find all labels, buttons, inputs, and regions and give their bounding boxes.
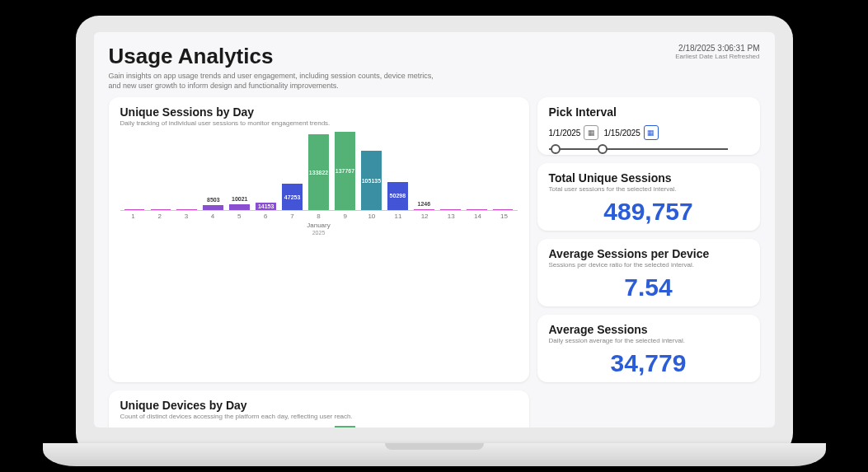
x-tick: 11	[385, 211, 411, 220]
sessions-axis-label: January 2025	[120, 222, 518, 236]
avg-sessions-sub: Daily session average for the selected i…	[549, 337, 748, 344]
interval-start-value: 1/1/2025	[549, 129, 581, 138]
avg-sessions-title: Average Sessions	[549, 323, 748, 336]
right-column: Pick Interval 1/1/2025 ▦ 1/15/2025 ▦	[537, 97, 760, 382]
bar-label: 137767	[335, 168, 354, 174]
x-tick: 12	[411, 211, 438, 220]
sessions-year: 2025	[312, 230, 326, 236]
bar-col	[438, 425, 463, 428]
laptop-base	[43, 443, 826, 466]
bar-col	[174, 132, 199, 210]
bar[interactable]: 1246	[414, 209, 434, 210]
bar[interactable]	[176, 209, 197, 210]
bar-label: 1246	[417, 201, 430, 207]
devices-chart-sub: Count of distinct devices accessing the …	[120, 413, 518, 420]
interval-title: Pick Interval	[549, 105, 748, 119]
interval-card: Pick Interval 1/1/2025 ▦ 1/15/2025 ▦	[537, 97, 760, 155]
sessions-month: January	[307, 222, 330, 229]
bar-col: 32742	[359, 425, 384, 428]
bar[interactable]	[151, 209, 171, 210]
bar[interactable]: 47253	[282, 184, 303, 211]
bar-col: 10021	[227, 132, 252, 210]
bar[interactable]	[124, 209, 145, 210]
bar[interactable]: 10021	[229, 204, 250, 210]
x-tick: 15	[490, 211, 517, 220]
interval-slider[interactable]	[549, 148, 729, 150]
total-sessions-sub: Total user sessions for the selected int…	[549, 185, 748, 193]
sessions-chart: 8503100211415347253133822137767105135502…	[120, 132, 518, 231]
bar-col: 39001	[306, 425, 331, 428]
page-title: Usage Analytics	[109, 44, 447, 69]
bar-col: 19347	[279, 425, 305, 428]
bar[interactable]: 8503	[203, 205, 223, 210]
calendar-icon[interactable]: ▦	[584, 125, 598, 140]
bar-col: 8503	[200, 132, 226, 210]
bar-col	[174, 425, 199, 428]
page-subtitle: Gain insights on app usage trends and us…	[109, 71, 447, 91]
x-tick: 10	[359, 211, 385, 220]
bar-col: 47253	[279, 132, 305, 210]
avg-per-device-sub: Sessions per device ratio for the select…	[549, 261, 748, 269]
bar[interactable]	[467, 209, 487, 210]
bar[interactable]	[493, 209, 514, 210]
bar-col	[122, 132, 148, 210]
bar-col	[438, 132, 463, 210]
bar-col: 5136	[200, 425, 226, 428]
bar-label: 105135	[362, 178, 381, 184]
avg-per-device-card: Average Sessions per Device Sessions per…	[537, 239, 760, 306]
devices-bars: 5136571976311934739001399133274218733353…	[120, 425, 518, 428]
bar-col: 18733	[385, 425, 411, 428]
devices-chart: 5136571976311934739001399133274218733353…	[120, 425, 518, 428]
x-tick: 7	[279, 211, 305, 220]
devices-chart-title: Unique Devices by Day	[120, 399, 518, 412]
bar-col: 7631	[253, 425, 279, 428]
sessions-bars: 8503100211415347253133822137767105135502…	[120, 132, 518, 211]
total-sessions-title: Total Unique Sessions	[549, 171, 748, 185]
x-tick: 13	[438, 211, 464, 220]
bar[interactable]	[440, 209, 461, 210]
bar-col: 39913	[332, 425, 358, 428]
sessions-chart-title: Unique Sessions by Day	[120, 105, 518, 119]
slider-thumb-start[interactable]	[551, 144, 561, 154]
bar-col: 1246	[411, 132, 437, 210]
x-tick: 5	[226, 211, 252, 220]
bar-col: 105135	[359, 132, 384, 210]
bar-col: 50298	[385, 132, 411, 210]
bar[interactable]: 14153	[256, 203, 276, 211]
x-tick: 2	[147, 211, 173, 220]
interval-end-value: 1/15/2025	[603, 129, 640, 138]
sessions-xaxis: 123456789101112131415	[120, 211, 518, 220]
bar-col: 14153	[253, 132, 279, 210]
bar[interactable]: 50298	[387, 182, 408, 211]
slider-thumb-end[interactable]	[598, 144, 608, 154]
bar[interactable]: 137767	[335, 132, 355, 210]
bar-col	[148, 425, 173, 428]
sessions-chart-card: Unique Sessions by Day Daily tracking of…	[109, 97, 529, 382]
bar-col	[122, 425, 148, 428]
bar-col	[464, 425, 490, 428]
total-sessions-card: Total Unique Sessions Total user session…	[537, 163, 760, 231]
x-tick: 3	[173, 211, 199, 220]
avg-per-device-value: 7.54	[549, 273, 748, 301]
total-sessions-value: 489,757	[549, 198, 748, 226]
bar[interactable]: 39913	[335, 426, 355, 428]
bar-label: 50298	[390, 193, 406, 199]
x-tick: 8	[305, 211, 331, 220]
interval-end: 1/15/2025 ▦	[603, 125, 659, 140]
bar[interactable]: 133822	[308, 134, 329, 210]
bar-col: 137767	[332, 132, 358, 210]
laptop-frame: Usage Analytics Gain insights on app usa…	[76, 16, 793, 456]
x-tick: 6	[252, 211, 279, 220]
devices-chart-card: Unique Devices by Day Count of distinct …	[109, 390, 529, 428]
bar-col: 5719	[227, 425, 252, 428]
header-left: Usage Analytics Gain insights on app usa…	[109, 44, 447, 91]
bar[interactable]: 105135	[361, 151, 382, 210]
bar-label: 8503	[207, 197, 220, 203]
interval-row: 1/1/2025 ▦ 1/15/2025 ▦	[549, 125, 748, 140]
dashboard-screen: Usage Analytics Gain insights on app usa…	[94, 32, 775, 428]
calendar-icon[interactable]: ▦	[644, 125, 659, 140]
bar-label: 10021	[232, 196, 247, 202]
refresh-label: Earliest Date Last Refreshed	[675, 53, 759, 60]
bar-label: 47253	[284, 194, 300, 200]
x-tick: 9	[332, 211, 359, 220]
